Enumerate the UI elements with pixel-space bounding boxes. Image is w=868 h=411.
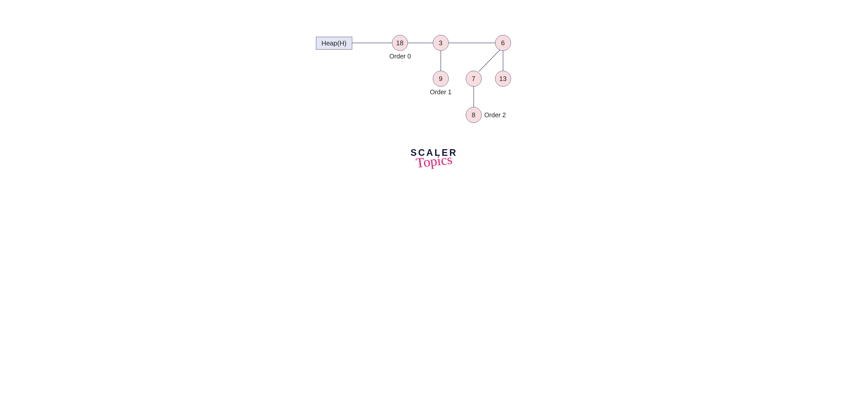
- node-value: 3: [439, 39, 442, 47]
- node-value: 8: [472, 111, 475, 119]
- node-value: 18: [396, 39, 403, 47]
- node-value: 9: [439, 75, 442, 83]
- node-3: 3: [433, 35, 449, 51]
- node-9: 9: [433, 71, 449, 87]
- heap-label: Heap(H): [321, 39, 346, 47]
- diagram-canvas: Heap(H) 18 3 6 9 7 13 8 Order 0 Order 1 …: [217, 0, 651, 204]
- node-value: 7: [472, 75, 475, 83]
- svg-line-4: [479, 50, 500, 71]
- node-value: 13: [499, 75, 506, 83]
- brand-logo: SCALER Topics: [396, 148, 472, 167]
- node-7: 7: [466, 71, 482, 87]
- label-order-1: Order 1: [430, 88, 452, 96]
- node-value: 6: [501, 39, 504, 47]
- label-order-0: Order 0: [390, 53, 411, 60]
- node-13: 13: [495, 71, 511, 87]
- node-18: 18: [392, 35, 408, 51]
- heap-box: Heap(H): [316, 37, 352, 50]
- label-order-2: Order 2: [485, 111, 506, 119]
- node-6: 6: [495, 35, 511, 51]
- edges-layer: [217, 0, 651, 204]
- node-8: 8: [466, 107, 482, 123]
